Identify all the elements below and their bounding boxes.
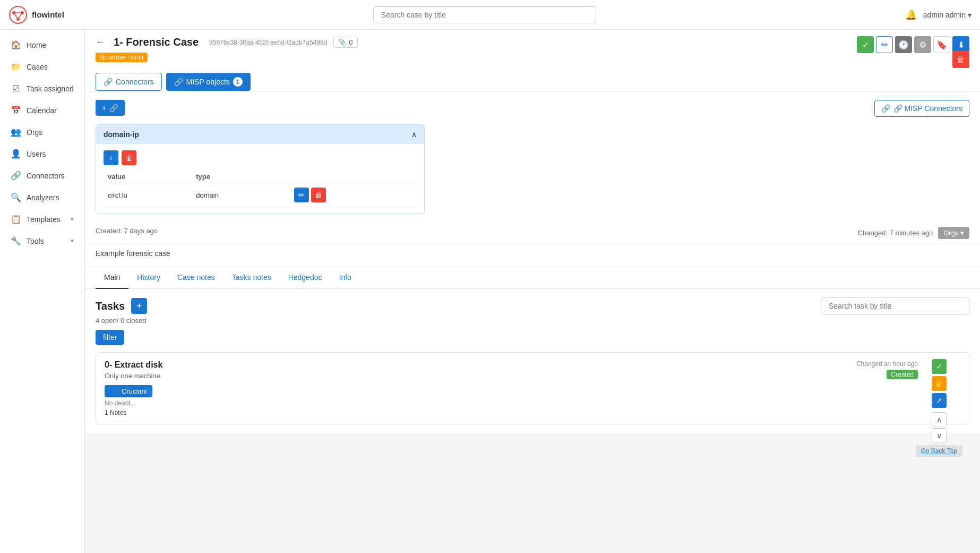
delete-attribute-button[interactable]: 🗑 (122, 150, 136, 165)
misp-tab-label: MISP objects (186, 78, 230, 86)
sidebar-item-connectors[interactable]: 🔗 Connectors (2, 165, 82, 186)
attach-badge[interactable]: 📎 0 (333, 37, 357, 48)
home-icon: 🏠 (11, 40, 21, 50)
tasks-title: Tasks (96, 300, 125, 312)
tab-info[interactable]: Info (331, 267, 360, 289)
connector-actions: + 🗑 (104, 150, 417, 165)
row-type: domain (192, 183, 290, 207)
description-row: Example forensic case (85, 244, 980, 267)
scroll-up-button[interactable]: ∧ (932, 412, 947, 427)
sidebar-item-label: Templates (27, 215, 65, 224)
misp-tab-badge: 1 (233, 77, 243, 87)
task-check-button[interactable]: ✓ (932, 359, 947, 374)
connector-panel-header[interactable]: domain-ip ∧ (96, 125, 424, 144)
case-check-button[interactable]: ✓ (857, 36, 874, 53)
tab-case-notes[interactable]: Case notes (169, 267, 223, 289)
main-content: ← 1- Forensic Case 95978c38-30aa-452f-ae… (85, 30, 980, 553)
templates-arrow-icon: ▾ (71, 216, 74, 223)
orgs-button[interactable]: Orgs ▾ (938, 227, 969, 239)
tasks-section: Tasks + 4 open/ 0 closed filter 0- Extra… (85, 289, 980, 433)
sidebar-item-label: Task assigned (27, 84, 74, 93)
attach-icon: 📎 (338, 38, 347, 46)
tab-history[interactable]: History (128, 267, 169, 289)
sidebar-item-label: Users (27, 150, 74, 158)
collapse-icon: ∧ (411, 130, 417, 139)
task-share-button[interactable]: ↗ (932, 393, 947, 408)
tab-tasks-notes[interactable]: Tasks notes (223, 267, 280, 289)
task-search[interactable] (821, 297, 969, 314)
user-label: admin admin (923, 11, 966, 19)
col-actions (290, 171, 417, 183)
assignee-name: Cruciani (122, 387, 147, 395)
task-hand-button[interactable]: ✋ (932, 376, 947, 391)
logo-text: flowintel (32, 10, 64, 19)
search-bar[interactable] (373, 6, 596, 23)
task-assignee[interactable]: 👤 Cruciani (105, 385, 152, 397)
case-bookmark-button[interactable]: 🔖 (933, 36, 950, 53)
row-actions: ✏ 🗑 (294, 188, 412, 202)
tab-case-notes-label: Case notes (177, 273, 215, 282)
sidebar-item-task-assigned[interactable]: ☑ Task assigned (2, 78, 82, 99)
sidebar-item-orgs[interactable]: 👥 Orgs (2, 122, 82, 142)
sidebar-item-templates[interactable]: 📋 Templates ▾ (2, 209, 82, 229)
misp-connectors-icon: 🔗 (881, 104, 890, 113)
sidebar-item-cases[interactable]: 📁 Cases (2, 56, 82, 77)
tab-misp-objects[interactable]: 🔗 MISP objects 1 (166, 73, 251, 91)
edit-row-button[interactable]: ✏ (294, 188, 309, 202)
analyzers-icon: 🔍 (11, 192, 21, 202)
connector-panel-body: + 🗑 value type c (96, 144, 424, 214)
case-title: 1- Forensic Case (114, 36, 199, 48)
attach-count: 0 (349, 38, 353, 46)
sidebar-item-calendar[interactable]: 📅 Calendar (2, 100, 82, 121)
bell-icon[interactable]: 🔔 (905, 9, 917, 21)
sidebar-item-analyzers[interactable]: 🔍 Analyzers (2, 187, 82, 208)
col-value: value (104, 171, 192, 183)
cases-icon: 📁 (11, 62, 21, 72)
tab-connectors[interactable]: 🔗 Connectors (96, 73, 162, 91)
case-share-button[interactable]: ⚙ (914, 36, 931, 53)
sidebar-item-label: Tools (27, 237, 65, 245)
case-description: Example forensic case (96, 249, 170, 258)
meta-row: Created: 7 days ago Changed: 7 minutes a… (85, 223, 980, 244)
add-task-button[interactable]: + (131, 298, 147, 314)
add-attribute-button[interactable]: + (104, 150, 118, 165)
case-id: 95978c38-30aa-452f-aebd-f2adb7a5499d (209, 39, 327, 46)
sidebar-item-home[interactable]: 🏠 Home (2, 35, 82, 55)
connector-tab-icon: 🔗 (104, 78, 113, 86)
sidebar-item-users[interactable]: 👤 Users (2, 143, 82, 164)
sidebar-item-tools[interactable]: 🔧 Tools ▾ (2, 231, 82, 251)
misp-connectors-button[interactable]: 🔗 🔗 MISP Connectors (874, 100, 969, 117)
orgs-icon: 👥 (11, 127, 21, 137)
changed-text: Changed: 7 minutes ago (858, 229, 933, 237)
case-edit-button[interactable]: ✏ (876, 36, 893, 53)
add-connector-button[interactable]: + 🔗 (96, 100, 125, 116)
user-menu[interactable]: admin admin ▾ (923, 11, 972, 19)
sidebar: 🏠 Home 📁 Cases ☑ Task assigned 📅 Calenda… (0, 30, 85, 553)
svg-point-0 (10, 6, 27, 23)
tab-main[interactable]: Main (96, 267, 128, 289)
users-icon: 👤 (11, 149, 21, 159)
task-no-deadline: No deadl... (105, 399, 960, 407)
tasks-header: Tasks + (96, 297, 969, 314)
layout: 🏠 Home 📁 Cases ☑ Task assigned 📅 Calenda… (0, 30, 980, 553)
top-header: flowintel 🔔 admin admin ▾ (0, 0, 980, 30)
search-task-input[interactable] (821, 297, 969, 314)
filter-button[interactable]: filter (96, 330, 124, 345)
case-clock-button[interactable]: 🕐 (895, 36, 912, 53)
search-case-input[interactable] (373, 6, 596, 23)
task-title: 0- Extract disk (105, 360, 162, 370)
sidebar-item-label: Calendar (27, 106, 74, 115)
case-delete-button[interactable]: 🗑 (952, 51, 969, 68)
go-back-top-button[interactable]: Go Back Top (916, 445, 962, 457)
scroll-down-button[interactable]: ∨ (932, 428, 947, 443)
delete-row-button[interactable]: 🗑 (311, 188, 326, 202)
task-count: 4 open/ 0 closed (96, 317, 969, 325)
back-button[interactable]: ← (96, 37, 105, 48)
created-text: Created: 7 days ago (96, 227, 158, 239)
sidebar-item-label: Analyzers (27, 193, 74, 202)
connector-panel-title: domain-ip (104, 130, 139, 139)
tab-hedgedoc[interactable]: Hedgedoc (280, 267, 331, 289)
task-status-badge: Created (887, 370, 918, 379)
templates-icon: 📋 (11, 214, 21, 224)
svg-line-6 (18, 13, 22, 19)
